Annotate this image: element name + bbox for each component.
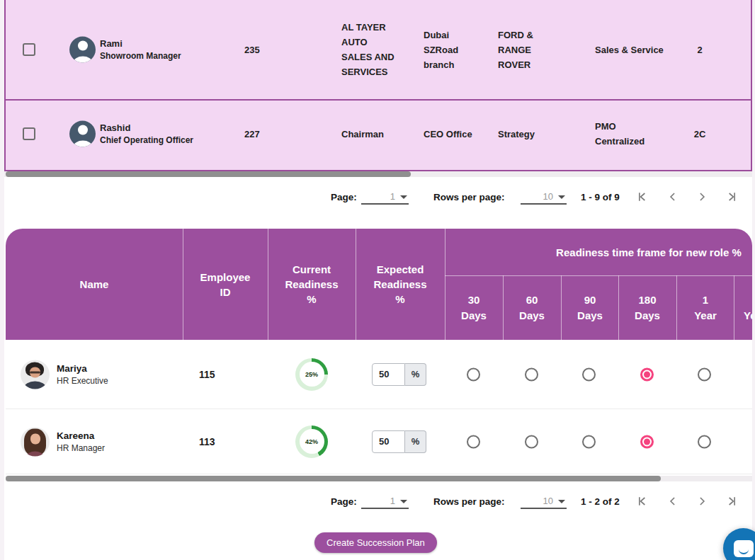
pagination-range: 1 - 9 of 9 — [581, 192, 620, 202]
candidate-grade-cell: 2C — [679, 127, 721, 142]
candidates-pagination: Page: 1 Rows per page: 10 1 - 9 of 9 — [0, 182, 755, 212]
percent-suffix: % — [405, 363, 426, 386]
candidate-location-cell: CEO Office — [424, 127, 473, 142]
readiness-pagination: Page: 1 Rows per page: 10 1 - 2 of 2 — [0, 486, 755, 516]
previous-page-icon[interactable] — [666, 494, 680, 508]
row-checkbox[interactable] — [23, 127, 35, 140]
expected-readiness-field: 50 % — [372, 363, 426, 386]
table-row: Rami Showroom Manager 235 AL TAYER AUTO … — [6, 0, 751, 101]
chevron-down-icon — [400, 195, 407, 199]
rows-per-page-label: Rows per page: — [433, 192, 505, 202]
previous-page-icon[interactable] — [666, 190, 680, 204]
candidate-department-cell: Sales & Service — [595, 42, 666, 57]
candidate-name: Rami — [100, 38, 181, 50]
horizontal-scrollbar — [4, 171, 752, 177]
employee-name: Mariya — [57, 362, 108, 375]
candidate-position-cell: Chairman — [341, 127, 395, 142]
readiness-row: Mariya HR Executive 115 25% 50 % — [6, 340, 752, 409]
avatar — [69, 121, 96, 147]
column-header-30-days: 30Days — [445, 275, 503, 340]
column-header-180-days: 180Days — [618, 275, 676, 340]
page-right-gutter — [752, 0, 755, 560]
candidate-id-cell: 235 — [244, 42, 260, 57]
person-silhouette-icon — [78, 41, 88, 51]
person-silhouette-icon — [78, 125, 88, 135]
expected-readiness-input[interactable]: 50 — [372, 363, 405, 386]
readiness-row: Kareena HR Manager 113 42% 50 % — [6, 409, 752, 474]
candidate-department-cell: PMO Centralized — [595, 119, 666, 149]
candidate-name-cell: Rashid Chief Operating Officer — [100, 122, 193, 146]
chevron-down-icon — [400, 500, 407, 503]
employee-name-cell: Kareena HR Manager — [57, 430, 105, 454]
candidates-table: Rami Showroom Manager 235 AL TAYER AUTO … — [4, 0, 752, 171]
candidate-brand-cell: Strategy — [498, 127, 553, 142]
next-page-icon[interactable] — [695, 494, 709, 508]
candidate-role: Showroom Manager — [100, 50, 181, 62]
chat-widget-button[interactable] — [723, 528, 755, 560]
column-header-expected-readiness: Expected Readiness % — [356, 229, 445, 340]
current-readiness-value: 25% — [300, 362, 324, 387]
horizontal-scrollbar — [6, 476, 752, 481]
candidate-name: Rashid — [100, 122, 193, 135]
radio-180-days-selected[interactable] — [640, 435, 654, 448]
employee-id-cell: 115 — [199, 369, 215, 380]
current-readiness-value: 42% — [300, 429, 324, 454]
rows-per-page-label: Rows per page: — [433, 496, 505, 507]
employee-name-cell: Mariya HR Executive — [57, 362, 108, 387]
table-row: Rashid Chief Operating Officer 227 Chair… — [6, 101, 751, 167]
next-page-icon[interactable] — [695, 190, 709, 204]
rows-per-page-select[interactable]: 10 — [521, 493, 567, 509]
column-header-90-days: 90Days — [561, 275, 619, 340]
candidate-position-cell: AL TAYER AUTO SALES AND SERVICES — [341, 20, 395, 79]
column-header-2-years-clipped: 2Years — [734, 275, 752, 340]
radio-180-days-selected[interactable] — [640, 367, 654, 381]
avatar — [69, 37, 96, 63]
last-page-icon[interactable] — [725, 190, 739, 204]
expected-readiness-input[interactable]: 50 — [372, 430, 405, 453]
candidate-role: Chief Operating Officer — [100, 135, 193, 146]
employee-role: HR Executive — [57, 375, 108, 387]
page-label: Page: — [331, 192, 357, 202]
chevron-down-icon — [558, 500, 565, 503]
expected-readiness-field: 50 % — [372, 430, 426, 453]
scrollbar-thumb[interactable] — [6, 476, 661, 481]
candidate-brand-cell: FORD & RANGE ROVER — [498, 28, 553, 72]
radio-90-days[interactable] — [582, 435, 596, 448]
last-page-icon[interactable] — [725, 494, 739, 508]
radio-30-days[interactable] — [467, 367, 480, 381]
first-page-icon[interactable] — [635, 190, 649, 204]
column-group-header-readiness-timeframe: Readiness time frame for new role % — [445, 229, 752, 275]
radio-1-year[interactable] — [698, 367, 711, 381]
current-readiness-ring: 42% — [295, 425, 328, 458]
chat-bubble-icon — [734, 540, 754, 557]
page-select[interactable]: 1 — [361, 493, 409, 509]
column-header-60-days: 60Days — [503, 275, 561, 340]
candidate-name-cell: Rami Showroom Manager — [100, 38, 181, 62]
radio-60-days[interactable] — [525, 367, 538, 381]
candidate-location-cell: Dubai SZRoad branch — [424, 28, 473, 72]
candidate-grade-cell: 2 — [679, 42, 721, 57]
succession-planning-page: Rami Showroom Manager 235 AL TAYER AUTO … — [0, 0, 755, 560]
create-succession-plan-button[interactable]: Create Succession Plan — [314, 532, 437, 553]
first-page-icon[interactable] — [635, 494, 649, 508]
radio-30-days[interactable] — [467, 435, 480, 448]
rows-per-page-select[interactable]: 10 — [521, 189, 567, 205]
employee-name: Kareena — [57, 430, 105, 442]
column-header-employee-id: Employee ID — [183, 229, 268, 340]
percent-suffix: % — [405, 430, 426, 453]
chevron-down-icon — [558, 195, 565, 199]
page-select[interactable]: 1 — [361, 189, 409, 205]
radio-60-days[interactable] — [525, 435, 538, 448]
radio-90-days[interactable] — [582, 367, 596, 381]
candidate-id-cell: 227 — [244, 127, 260, 142]
page-label: Page: — [331, 496, 357, 507]
current-readiness-ring: 25% — [295, 358, 328, 391]
avatar — [21, 427, 50, 456]
row-checkbox[interactable] — [23, 43, 35, 56]
column-header-1-year: 1Year — [676, 275, 734, 340]
radio-1-year[interactable] — [698, 435, 711, 448]
scrollbar-thumb[interactable] — [6, 171, 411, 177]
pagination-range: 1 - 2 of 2 — [581, 496, 620, 507]
employee-id-cell: 113 — [199, 436, 215, 447]
column-header-current-readiness: Current Readiness % — [268, 229, 356, 340]
